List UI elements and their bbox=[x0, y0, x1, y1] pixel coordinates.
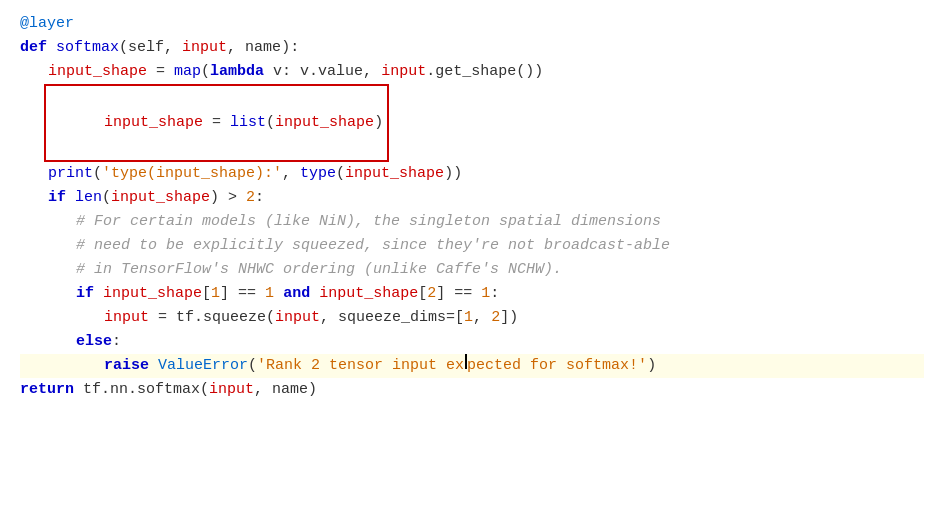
keyword-if-1: if bbox=[48, 186, 75, 210]
var-input-shape-4: input_shape bbox=[111, 186, 210, 210]
comment-1: # For certain models (like NiN), the sin… bbox=[76, 210, 661, 234]
line-12-cursor: raise ValueError('Rank 2 tensor input ex… bbox=[20, 354, 924, 378]
line-8-comment: # in TensorFlow's NHWC ordering (unlike … bbox=[20, 258, 924, 282]
paren-open: ( bbox=[119, 36, 128, 60]
var-input-shape-2: input_shape bbox=[104, 114, 203, 131]
num-1b: 1 bbox=[265, 282, 274, 306]
var-input-shape-5: input_shape bbox=[103, 282, 202, 306]
var-input-5: input bbox=[209, 378, 254, 402]
line-9: if input_shape[1] == 1 and input_shape[2… bbox=[20, 282, 924, 306]
decorator-text: @layer bbox=[20, 12, 74, 36]
builtin-type: type bbox=[300, 162, 336, 186]
string-rank2: 'Rank 2 tensor input ex bbox=[257, 354, 464, 378]
builtin-list: list bbox=[230, 114, 266, 131]
keyword-and: and bbox=[283, 282, 319, 306]
num-2b: 2 bbox=[491, 306, 500, 330]
builtin-map: map bbox=[174, 60, 201, 84]
keyword-def: def bbox=[20, 36, 56, 60]
line-11: else: bbox=[20, 330, 924, 354]
line-5: if len(input_shape) > 2: bbox=[20, 186, 924, 210]
var-input-shape-arg: input_shape bbox=[275, 114, 374, 131]
idx-2a: 2 bbox=[427, 282, 436, 306]
comment-3: # in TensorFlow's NHWC ordering (unlike … bbox=[76, 258, 562, 282]
line-6-comment: # For certain models (like NiN), the sin… bbox=[20, 210, 924, 234]
param-input-2: input bbox=[381, 60, 426, 84]
keyword-else: else bbox=[76, 330, 112, 354]
line-4: print('type(input_shape):', type(input_s… bbox=[20, 162, 924, 186]
function-name: softmax bbox=[56, 36, 119, 60]
param-self: self bbox=[128, 36, 164, 60]
line-2: input_shape = map(lambda v: v.value, inp… bbox=[20, 60, 924, 84]
var-input-4: input bbox=[275, 306, 320, 330]
keyword-raise: raise bbox=[104, 354, 158, 378]
line-1: def softmax(self, input, name): bbox=[20, 36, 924, 60]
highlighted-code-box: input_shape = list(input_shape) bbox=[44, 84, 389, 162]
keyword-if-2: if bbox=[76, 282, 103, 306]
line-13: return tf.nn.softmax(input, name) bbox=[20, 378, 924, 402]
var-input-shape-3: input_shape bbox=[345, 162, 444, 186]
param-name: name bbox=[245, 36, 281, 60]
code-container: @layer def softmax(self, input, name): i… bbox=[0, 0, 944, 414]
string-type: 'type(input_shape):' bbox=[102, 162, 282, 186]
var-input-3: input bbox=[104, 306, 149, 330]
keyword-return: return bbox=[20, 378, 83, 402]
num-1d: 1 bbox=[464, 306, 473, 330]
builtin-print: print bbox=[48, 162, 93, 186]
idx-1a: 1 bbox=[211, 282, 220, 306]
var-input-shape-1: input_shape bbox=[48, 60, 147, 84]
var-input-shape-6: input_shape bbox=[319, 282, 418, 306]
param-input: input bbox=[182, 36, 227, 60]
class-valueerror: ValueError bbox=[158, 354, 248, 378]
comment-2: # need to be explicitly squeezed, since … bbox=[76, 234, 670, 258]
decorator-line: @layer bbox=[20, 12, 924, 36]
line-3-highlighted: input_shape = list(input_shape) bbox=[20, 84, 924, 162]
num-1c: 1 bbox=[481, 282, 490, 306]
keyword-lambda: lambda bbox=[210, 60, 264, 84]
line-7-comment: # need to be explicitly squeezed, since … bbox=[20, 234, 924, 258]
string-rank2-cont: pected for softmax!' bbox=[467, 354, 647, 378]
line-10: input = tf.squeeze(input, squeeze_dims=[… bbox=[20, 306, 924, 330]
number-2a: 2 bbox=[246, 186, 255, 210]
builtin-len: len bbox=[75, 186, 102, 210]
